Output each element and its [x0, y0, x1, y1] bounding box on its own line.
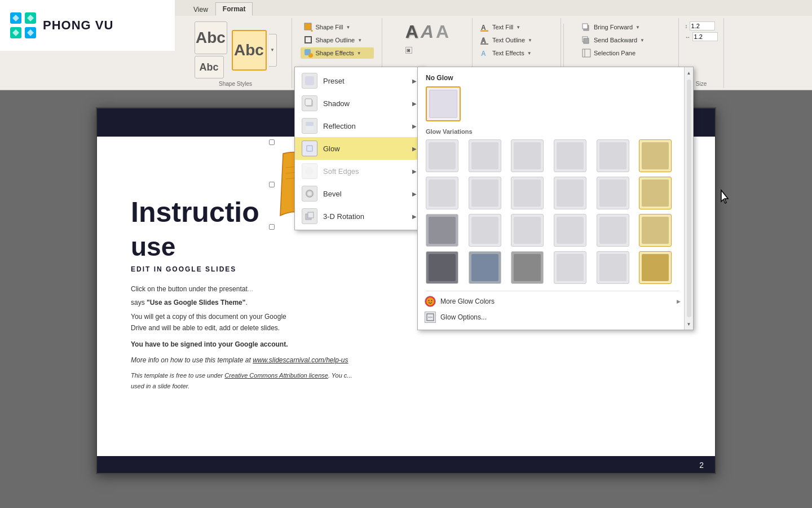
glow-options-icon: [425, 312, 436, 323]
menu-item-glow[interactable]: Glow ▶: [295, 137, 423, 160]
glow-item-3-5[interactable]: [597, 214, 629, 247]
text-fill-button[interactable]: A Text Fill ▼: [477, 21, 556, 33]
phong-vu-logo-icon: [9, 11, 37, 40]
body-para-1: Click on the button under the presentat.…: [131, 283, 401, 295]
menu-item-reflection[interactable]: Reflection ▶: [295, 115, 423, 137]
glow-item-3-4[interactable]: [554, 214, 586, 247]
glow-item-4-4[interactable]: [554, 251, 586, 284]
menu-item-bevel[interactable]: Bevel ▶: [295, 182, 423, 205]
abc-buttons-row: Abc Abc Abc ▼: [195, 21, 277, 78]
bevel-label: Bevel: [323, 190, 407, 198]
shape-fill-button[interactable]: Shape Fill ▼: [301, 21, 374, 33]
glow-item-1-5[interactable]: [597, 139, 629, 172]
glow-item-3-6[interactable]: [639, 214, 672, 247]
glow-item-1-4[interactable]: [554, 139, 586, 172]
text-fill-dropdown[interactable]: ▼: [516, 25, 520, 30]
3d-rotation-arrow: ▶: [412, 213, 417, 220]
preset-icon: [302, 73, 317, 89]
glow-item-1-1[interactable]: [426, 139, 458, 172]
glow-item-3-1[interactable]: [426, 214, 458, 247]
menu-item-soft-edges[interactable]: Soft Edges ▶: [295, 160, 423, 182]
svg-rect-50: [308, 212, 314, 218]
scroll-up-arrow[interactable]: ▲: [685, 67, 694, 78]
glow-item-3-3[interactable]: [511, 214, 544, 247]
glow-item-2-2[interactable]: [469, 177, 501, 209]
svg-point-12: [308, 53, 313, 58]
shape-styles-label: Shape Styles: [219, 81, 252, 87]
wa-a2: A: [421, 21, 434, 42]
tab-format[interactable]: Format: [215, 2, 253, 16]
abc-dropdown-arrow[interactable]: ▼: [269, 34, 277, 67]
bring-forward-icon: [582, 23, 591, 32]
text-effects-button[interactable]: A Text Effects ▼: [477, 47, 556, 59]
glow-label: Glow: [323, 144, 407, 153]
glow-item-4-6[interactable]: [639, 251, 672, 284]
slide-page-number: 2: [699, 461, 704, 470]
selection-pane-icon: [582, 49, 591, 58]
svg-rect-22: [582, 49, 590, 57]
glow-item-2-3[interactable]: [511, 177, 544, 209]
glow-item-3-2[interactable]: [469, 214, 501, 247]
more-colors-smiley-icon: [425, 296, 436, 307]
shadow-arrow: ▶: [412, 100, 417, 107]
tab-view[interactable]: View: [186, 3, 215, 16]
scroll-track[interactable]: [687, 80, 691, 317]
glow-item-2-1[interactable]: [426, 177, 458, 209]
glow-item-4-3[interactable]: [511, 251, 544, 284]
glow-item-1-6[interactable]: [639, 139, 672, 172]
menu-item-shadow[interactable]: Shadow ▶: [295, 92, 423, 115]
glow-item-2-5[interactable]: [597, 177, 629, 209]
glow-item-4-2[interactable]: [469, 251, 501, 284]
abc-style-selected[interactable]: Abc: [232, 30, 267, 71]
text-effects-dropdown[interactable]: ▼: [527, 51, 532, 56]
menu-item-3d-rotation[interactable]: 3-D Rotation ▶: [295, 205, 423, 227]
glow-scrollbar: ▲ ▼: [684, 67, 693, 330]
height-input[interactable]: [690, 21, 715, 30]
abc-style-2[interactable]: Abc: [195, 56, 224, 78]
wordart-expand-btn[interactable]: ⊞: [405, 47, 412, 54]
body-para-6: This template is free to use under Creat…: [131, 370, 401, 391]
text-outline-dropdown[interactable]: ▼: [528, 38, 532, 43]
glow-item-1-2[interactable]: [469, 139, 501, 172]
bring-forward-dropdown[interactable]: ▼: [636, 25, 640, 30]
soft-edges-icon: [302, 163, 317, 179]
svg-rect-38: [305, 76, 314, 85]
glow-item-4-1[interactable]: [426, 251, 458, 284]
shape-fill-dropdown[interactable]: ▼: [346, 25, 350, 30]
selection-pane-button[interactable]: Selection Pane: [579, 47, 666, 59]
shape-outline-icon: [304, 36, 313, 45]
glow-item-1-3[interactable]: [511, 139, 544, 172]
glow-item-4-5[interactable]: [597, 251, 629, 284]
shape-effects-dropdown: Preset ▶ Shadow ▶ Reflection ▶ Glow ▶ So…: [294, 67, 424, 230]
shape-effects-dropdown[interactable]: ▼: [357, 51, 361, 56]
shape-outline-label: Shape Outline: [316, 37, 355, 43]
shape-effects-button[interactable]: Shape Effects ▼: [301, 47, 374, 59]
more-glow-colors-label: More Glow Colors: [440, 297, 495, 305]
bring-forward-button[interactable]: Bring Forward ▼: [579, 21, 666, 33]
abc-style-1[interactable]: Abc: [195, 21, 227, 54]
glow-options-button[interactable]: Glow Options...: [422, 309, 683, 325]
shape-outline-button[interactable]: Shape Outline ▼: [301, 34, 374, 46]
scroll-down-arrow[interactable]: ▼: [685, 318, 694, 330]
text-outline-button[interactable]: A Text Outline ▼: [477, 34, 556, 46]
glow-divider: [426, 291, 679, 291]
send-backward-dropdown[interactable]: ▼: [640, 38, 645, 43]
width-input[interactable]: [692, 32, 718, 41]
more-glow-colors-button[interactable]: More Glow Colors ▶: [422, 294, 683, 309]
glow-item-2-6[interactable]: [639, 177, 672, 209]
text-commands-content: A Text Fill ▼ A Text Outline ▼ A Te: [477, 21, 556, 59]
logo-area: PHONG VU: [0, 0, 175, 51]
body-para-2: says "Use as Google Slides Theme".: [131, 297, 401, 308]
ribbon-group-abc: Abc Abc Abc ▼ Shape Styles: [179, 18, 292, 88]
soft-edges-label: Soft Edges: [323, 167, 407, 176]
send-backward-button[interactable]: Send Backward ▼: [579, 34, 666, 46]
no-glow-item[interactable]: [426, 86, 461, 121]
reflection-icon: [302, 118, 317, 134]
size-content: ↕ ↔: [685, 21, 718, 41]
svg-point-52: [429, 300, 430, 301]
shape-outline-dropdown[interactable]: ▼: [358, 38, 362, 43]
menu-item-preset[interactable]: Preset ▶: [295, 69, 423, 92]
width-label: ↔: [685, 34, 691, 40]
edit-label: EDIT IN GOOGLE SLIDES: [131, 265, 236, 273]
glow-item-2-4[interactable]: [554, 177, 586, 209]
